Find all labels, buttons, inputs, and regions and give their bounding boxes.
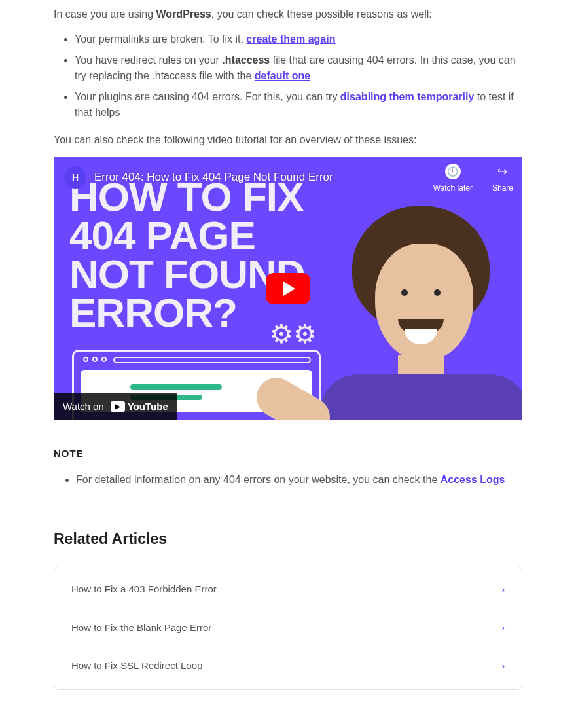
watch-on-youtube-button[interactable]: Watch on ▶ YouTube (54, 393, 177, 421)
watch-on-label: Watch on (63, 399, 104, 414)
access-logs-link[interactable]: Access Logs (441, 474, 505, 485)
related-article-link[interactable]: How to Fix the Blank Page Error › (54, 609, 522, 647)
share-button[interactable]: ↪ Share (492, 164, 513, 194)
clock-icon: 🕘 (445, 164, 461, 179)
note-text: For detailed information on any 404 erro… (76, 474, 441, 485)
reasons-list: Your permalinks are broken. To fix it, c… (54, 31, 522, 120)
channel-avatar-icon[interactable]: H (64, 166, 86, 189)
related-heading: Related Articles (54, 528, 522, 551)
related-article-link[interactable]: How to Fix a 403 Forbidden Error › (54, 570, 522, 609)
list-item: Your permalinks are broken. To fix it, c… (75, 31, 522, 47)
bullet-text: Your permalinks are broken. To fix it, (75, 33, 246, 45)
chevron-right-icon: › (502, 660, 505, 673)
person-illustration (313, 191, 522, 420)
note-heading: NOTE (54, 446, 522, 462)
disable-plugins-link[interactable]: disabling them temporarily (340, 91, 474, 102)
video-intro-text: You can also check the following video t… (54, 132, 522, 148)
intro-prefix: In case you are using (54, 9, 156, 20)
gears-icon: ⚙⚙ (270, 314, 317, 354)
related-article-title: How to Fix SSL Redirect Loop (71, 659, 202, 674)
watch-later-label: Watch later (433, 182, 473, 194)
play-button[interactable] (266, 273, 310, 304)
thumbnail-headline: HOW TO FIX 404 PAGE NOT FOUND ERROR? (69, 178, 305, 333)
play-icon (283, 282, 295, 296)
video-header: H Error 404: How to Fix 404 Page Not Fou… (64, 166, 333, 189)
youtube-icon: ▶ (111, 401, 125, 412)
default-htaccess-link[interactable]: default one (255, 70, 310, 81)
youtube-logo: ▶ YouTube (111, 399, 168, 414)
permalinks-link[interactable]: create them again (246, 33, 335, 45)
watch-later-button[interactable]: 🕘 Watch later (433, 164, 473, 194)
article-body: In case you are using WordPress, you can… (0, 0, 576, 690)
headline-line: 404 PAGE (69, 217, 305, 255)
related-article-link[interactable]: How to Fix SSL Redirect Loop › (54, 647, 522, 685)
chevron-right-icon: › (502, 621, 505, 634)
intro-paragraph: In case you are using WordPress, you can… (54, 7, 522, 22)
list-item: Your plugins are causing 404 errors. For… (75, 89, 522, 120)
related-article-title: How to Fix a 403 Forbidden Error (71, 582, 217, 597)
youtube-text: YouTube (128, 399, 168, 414)
video-embed[interactable]: H Error 404: How to Fix 404 Page Not Fou… (54, 157, 522, 420)
chevron-right-icon: › (502, 583, 505, 596)
bullet-text: Your plugins are causing 404 errors. For… (75, 91, 340, 102)
list-item: For detailed information on any 404 erro… (76, 472, 522, 488)
intro-bold: WordPress (156, 9, 211, 20)
list-item: You have redirect rules on your .htacces… (75, 52, 522, 84)
related-article-title: How to Fix the Blank Page Error (71, 621, 211, 636)
share-label: Share (492, 182, 513, 194)
share-icon: ↪ (495, 164, 511, 179)
intro-suffix: , you can check these possible reasons a… (211, 9, 432, 20)
video-top-actions: 🕘 Watch later ↪ Share (433, 164, 513, 194)
related-articles-list: How to Fix a 403 Forbidden Error › How t… (54, 566, 522, 690)
bullet-text: You have redirect rules on your (75, 54, 222, 65)
video-title[interactable]: Error 404: How to Fix 404 Page Not Found… (94, 169, 333, 186)
bullet-bold: .htaccess (222, 54, 270, 65)
note-list: For detailed information on any 404 erro… (54, 472, 522, 488)
section-divider (54, 505, 522, 505)
